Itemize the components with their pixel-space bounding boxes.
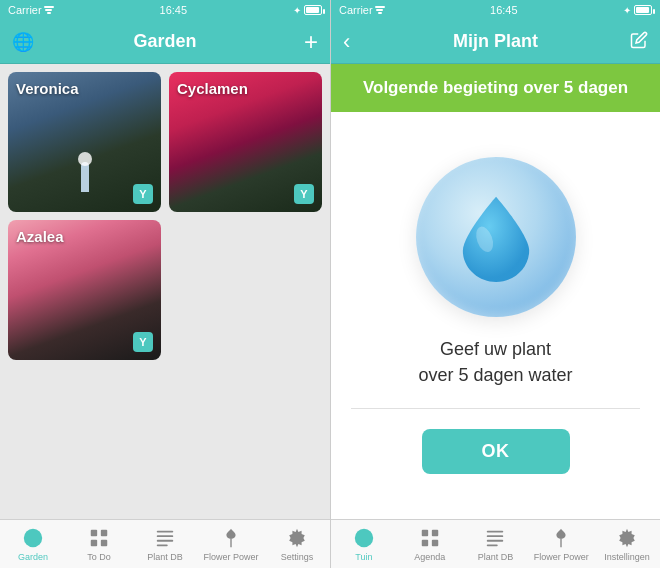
svg-point-0: [24, 529, 42, 547]
tab-label-flowerpower-left: Flower Power: [203, 552, 258, 562]
tab-tuin[interactable]: Tuin: [331, 520, 397, 568]
status-bar-left: Carrier 16:45 ✦: [0, 0, 330, 20]
svg-rect-17: [487, 531, 504, 533]
tab-settings-left[interactable]: Settings: [264, 520, 330, 568]
water-banner: Volgende begieting over 5 dagen: [331, 64, 660, 112]
status-bar-right: Carrier 16:45 ✦: [331, 0, 660, 20]
time-left: 16:45: [160, 4, 188, 16]
tab-label-plantdb-left: Plant DB: [147, 552, 183, 562]
svg-rect-2: [91, 540, 97, 546]
flowerpower-tab-icon-left: [220, 527, 242, 549]
svg-rect-7: [157, 540, 174, 542]
tab-todo[interactable]: To Do: [66, 520, 132, 568]
tuin-tab-icon: [353, 527, 375, 549]
agenda-tab-icon: [419, 527, 441, 549]
svg-rect-1: [91, 530, 97, 536]
instellingen-tab-icon: [616, 527, 638, 549]
sensor-badge-cyclamen: Y: [294, 184, 314, 204]
svg-rect-18: [487, 535, 504, 537]
ok-button[interactable]: OK: [422, 429, 570, 474]
garden-title: Garden: [133, 31, 196, 52]
bluetooth-icon-left: ✦: [293, 5, 301, 16]
tab-flowerpower-left[interactable]: Flower Power: [198, 520, 264, 568]
svg-rect-6: [157, 535, 174, 537]
wifi-icon-left: [44, 6, 54, 14]
tab-label-tuin: Tuin: [355, 552, 372, 562]
tab-flowerpower-right[interactable]: Flower Power: [528, 520, 594, 568]
sensor-badge-azalea: Y: [133, 332, 153, 352]
svg-rect-15: [432, 530, 438, 536]
tab-label-agenda: Agenda: [414, 552, 445, 562]
plant-name-azalea: Azalea: [16, 228, 64, 245]
sensor-badge-veronica: Y: [133, 184, 153, 204]
water-message-line2: over 5 dagen water: [418, 365, 572, 385]
water-drop-icon: [456, 192, 536, 282]
svg-rect-19: [487, 540, 504, 542]
water-message-line1: Geef uw plant: [440, 339, 551, 359]
time-right: 16:45: [490, 4, 518, 16]
water-message: Geef uw plant over 5 dagen water: [418, 337, 572, 387]
carrier-left: Carrier: [8, 4, 42, 16]
svg-rect-5: [157, 531, 174, 533]
tab-label-settings-left: Settings: [281, 552, 314, 562]
tab-label-todo: To Do: [87, 552, 111, 562]
svg-rect-14: [421, 540, 427, 546]
todo-tab-icon: [88, 527, 110, 549]
tab-bar-right: Tuin Agenda Pl: [331, 519, 660, 568]
tab-instellingen[interactable]: Instellingen: [594, 520, 660, 568]
mijn-plant-title: Mijn Plant: [453, 31, 538, 52]
battery-icon-left: [304, 5, 322, 15]
svg-rect-3: [101, 530, 107, 536]
plant-card-cyclamen[interactable]: Cyclamen Y: [169, 72, 322, 212]
plantdb-tab-icon-right: [484, 527, 506, 549]
wifi-icon-right: [375, 6, 385, 14]
svg-rect-13: [421, 530, 427, 536]
right-phone: Carrier 16:45 ✦ ‹ Mijn Plant: [330, 0, 660, 568]
tab-label-flowerpower-right: Flower Power: [534, 552, 589, 562]
tab-agenda[interactable]: Agenda: [397, 520, 463, 568]
tab-garden[interactable]: Garden: [0, 520, 66, 568]
nav-bar-right: ‹ Mijn Plant: [331, 20, 660, 64]
tab-bar-left: Garden To Do P: [0, 519, 330, 568]
carrier-right: Carrier: [339, 4, 373, 16]
svg-rect-8: [157, 544, 168, 546]
bluetooth-icon-right: ✦: [623, 5, 631, 16]
plantdb-tab-icon-left: [154, 527, 176, 549]
garden-tab-icon: [22, 527, 44, 549]
svg-rect-16: [432, 540, 438, 546]
nav-bar-left: 🌐 Garden +: [0, 20, 330, 64]
sensor-spike-veronica: [81, 162, 89, 192]
plant-card-azalea[interactable]: Azalea Y: [8, 220, 161, 360]
svg-rect-4: [101, 540, 107, 546]
sensor-head-veronica: [78, 152, 92, 166]
water-drop-container: [416, 157, 576, 317]
battery-icon-right: [634, 5, 652, 15]
settings-tab-icon-left: [286, 527, 308, 549]
tab-plantdb-right[interactable]: Plant DB: [463, 520, 529, 568]
mijn-plant-content: Volgende begieting over 5 dagen: [331, 64, 660, 519]
tab-label-instellingen: Instellingen: [604, 552, 650, 562]
tab-label-plantdb-right: Plant DB: [478, 552, 514, 562]
edit-button[interactable]: [630, 31, 648, 52]
plant-grid: Veronica Y Cyclamen Y Azalea Y: [0, 64, 330, 519]
flowerpower-tab-icon-right: [550, 527, 572, 549]
plant-name-cyclamen: Cyclamen: [177, 80, 248, 97]
plant-card-veronica[interactable]: Veronica Y: [8, 72, 161, 212]
add-plant-button[interactable]: +: [304, 30, 318, 54]
globe-icon: 🌐: [12, 31, 34, 53]
plant-name-veronica: Veronica: [16, 80, 79, 97]
tab-label-garden: Garden: [18, 552, 48, 562]
left-phone: Carrier 16:45 ✦ 🌐 Garden + Veroni: [0, 0, 330, 568]
svg-point-12: [355, 529, 373, 547]
water-section: Geef uw plant over 5 dagen water OK: [331, 112, 660, 519]
tab-plantdb-left[interactable]: Plant DB: [132, 520, 198, 568]
edit-icon: [630, 31, 648, 49]
back-button[interactable]: ‹: [343, 31, 350, 53]
svg-rect-20: [487, 544, 498, 546]
divider: [351, 408, 640, 409]
water-banner-text: Volgende begieting over 5 dagen: [347, 78, 644, 98]
